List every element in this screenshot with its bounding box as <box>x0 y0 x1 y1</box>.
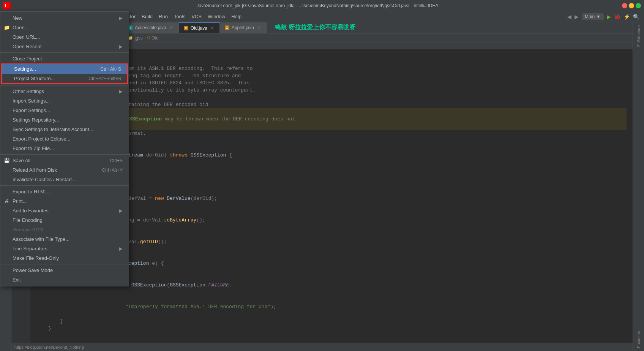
menu-run[interactable]: Run <box>156 12 171 21</box>
breadcrumb-item-6[interactable]: Oid <box>152 35 159 41</box>
menu-item-new-label: New <box>13 15 22 21</box>
settings-box: Settings... Ctrl+Alt+S Project Structure… <box>1 63 128 84</box>
menu-item-reload-label: Reload All from Disk <box>13 167 57 173</box>
project-structure-shortcut: Ctrl+Alt+Shift+S <box>88 76 121 81</box>
tab-label-accessible-java: Accessible.java <box>135 25 166 30</box>
menu-item-associate-file-type[interactable]: Associate with File Type... <box>0 234 129 244</box>
menu-item-close-project[interactable]: Close Project <box>0 54 129 63</box>
coverage-button[interactable]: ⚡ <box>623 14 630 20</box>
breadcrumb-item-5[interactable]: jgss <box>134 35 142 41</box>
menu-item-export-zip-label: Export to Zip File... <box>13 145 54 151</box>
menu-item-other-settings-label: Other Settings <box>13 89 44 94</box>
svg-text:I: I <box>5 4 6 8</box>
maximize-button[interactable] <box>636 3 641 8</box>
menu-item-settings-repo[interactable]: Settings Repository... <box>0 115 129 125</box>
save-all-icon: 💾 <box>3 158 10 163</box>
settings-shortcut: Ctrl+Alt+S <box>100 66 121 72</box>
menu-item-open[interactable]: 📁 Open... <box>0 23 129 32</box>
menu-item-sync-settings[interactable]: Sync Settings to JetBrains Account... <box>0 125 129 134</box>
minimize-button[interactable] <box>629 3 634 8</box>
menu-item-import-settings-label: Import Settings... <box>13 98 50 104</box>
nav-back-button[interactable]: ◀ <box>567 14 571 20</box>
menu-vcs[interactable]: VCS <box>188 12 205 21</box>
dropdown-arrow-icon: ▼ <box>596 14 601 19</box>
menu-item-open-recent-label: Open Recent <box>13 44 42 49</box>
menu-item-make-read-only[interactable]: Make File Read-Only <box>0 253 129 263</box>
menu-item-add-to-favorites[interactable]: Add to Favorites ▶ <box>0 206 129 215</box>
breadcrumb-sep-6: › <box>144 35 146 41</box>
menu-window[interactable]: Window <box>205 12 228 21</box>
menu-item-open-url-label: Open URL... <box>13 34 40 40</box>
menu-item-exit[interactable]: Exit <box>0 275 129 285</box>
menu-item-close-project-label: Close Project <box>13 56 42 62</box>
menu-item-settings-repo-label: Settings Repository... <box>13 117 59 123</box>
menu-item-export-zip[interactable]: Export to Zip File... <box>0 144 129 153</box>
menu-item-invalidate-caches-label: Invalidate Caches / Restart... <box>13 177 76 182</box>
tab-oid-java[interactable]: C Oid.java ✕ <box>179 22 220 33</box>
run-button[interactable]: ▶ <box>607 14 611 20</box>
menu-item-open-label: Open... <box>13 25 29 30</box>
file-menu-dropdown: New ▶ 📁 Open... Open URL... Open Recent … <box>0 11 129 286</box>
code-line-99 <box>36 332 627 339</box>
add-favorites-arrow-icon: ▶ <box>119 208 123 213</box>
tab-close-applet-java[interactable]: ✕ <box>256 25 262 30</box>
menu-item-export-html[interactable]: Export to HTML... <box>0 187 129 196</box>
menu-item-power-save-mode[interactable]: Power Save Mode <box>0 266 129 275</box>
tab-close-accessible-java[interactable]: ✕ <box>169 25 174 30</box>
menu-item-open-recent[interactable]: Open Recent ▶ <box>0 42 129 51</box>
new-arrow-icon: ▶ <box>119 15 123 21</box>
separator-1 <box>0 52 129 53</box>
run-config-dropdown[interactable]: Main ▼ <box>582 13 604 20</box>
menu-item-make-read-only-label: Make File Read-Only <box>13 255 59 261</box>
bottom-bar: https://blog.csdn.net/Beyond_Nothing <box>11 343 633 351</box>
menu-item-settings[interactable]: Settings... Ctrl+Alt+S <box>2 64 127 74</box>
menu-item-import-settings[interactable]: Import Settings... <box>0 96 129 106</box>
menu-help[interactable]: Help <box>228 12 245 21</box>
tab-close-oid-java[interactable]: ✕ <box>210 25 215 31</box>
menu-build[interactable]: Build <box>139 12 156 21</box>
other-settings-arrow-icon: ▶ <box>119 89 123 94</box>
right-sidebar: Z: Structure Favorites <box>633 22 644 351</box>
menu-item-export-settings[interactable]: Export Settings... <box>0 106 129 115</box>
run-config-label: Main <box>585 14 595 19</box>
print-icon: 🖨 <box>3 198 10 204</box>
menu-tools[interactable]: Tools <box>171 12 188 21</box>
menu-item-file-encoding[interactable]: File Encoding <box>0 215 129 225</box>
tab-icon-applet-java: C <box>225 25 229 30</box>
menu-item-reload[interactable]: Reload All from Disk Ctrl+Alt+Y <box>0 165 129 175</box>
top-right-toolbar: ◀ ▶ Main ▼ ▶ 🐞 ⚡ 🔍 <box>564 13 642 20</box>
menu-item-new[interactable]: New ▶ <box>0 13 129 23</box>
menu-item-other-settings[interactable]: Other Settings ▶ <box>0 87 129 96</box>
menu-item-invalidate-caches[interactable]: Invalidate Caches / Restart... <box>0 175 129 184</box>
menu-item-exit-label: Exit <box>13 277 21 283</box>
menu-item-line-separators-label: Line Separators <box>13 246 47 251</box>
open-folder-icon: 📁 <box>3 25 10 30</box>
menu-item-line-separators[interactable]: Line Separators ▶ <box>0 244 129 253</box>
chinese-text: 鸣敲 呀拉拉爱上你不容易哎呀 <box>275 24 355 32</box>
menu-item-export-eclipse[interactable]: Export Project to Eclipse... <box>0 134 129 144</box>
code-line-98: } <box>36 325 627 332</box>
bottom-bar-url: https://blog.csdn.net/Beyond_Nothing <box>14 345 84 349</box>
tab-label-applet-java: Applet.java <box>232 25 254 30</box>
debug-button[interactable]: 🐞 <box>614 14 620 20</box>
search-everywhere-button[interactable]: 🔍 <box>633 14 639 20</box>
breadcrumb-file-icon: C <box>147 36 150 40</box>
close-button[interactable] <box>622 3 627 8</box>
separator-2 <box>0 85 129 85</box>
menu-item-project-structure[interactable]: Project Structure... Ctrl+Alt+Shift+S <box>2 74 127 83</box>
tab-applet-java[interactable]: C Applet.java ✕ <box>220 22 267 33</box>
window-controls <box>622 3 641 8</box>
menu-item-remove-bom: Remove BOM <box>0 225 129 234</box>
menu-item-print[interactable]: 🖨 Print... <box>0 196 129 206</box>
tab-label-oid-java: Oid.java <box>191 25 207 31</box>
nav-forward-button[interactable]: ▶ <box>575 14 579 20</box>
menu-item-save-all[interactable]: 💾 Save All Ctrl+S <box>0 156 129 165</box>
save-all-shortcut: Ctrl+S <box>110 158 123 163</box>
code-line-97: } <box>36 318 627 325</box>
structure-label[interactable]: Z: Structure <box>636 25 641 47</box>
menu-item-open-url[interactable]: Open URL... <box>0 32 129 42</box>
menu-item-associate-file-type-label: Associate with File Type... <box>13 236 69 242</box>
favorites-label[interactable]: Favorites <box>636 331 641 348</box>
menu-item-add-to-favorites-label: Add to Favorites <box>13 208 49 213</box>
tab-accessible-java[interactable]: I Accessible.java ✕ <box>123 22 179 33</box>
